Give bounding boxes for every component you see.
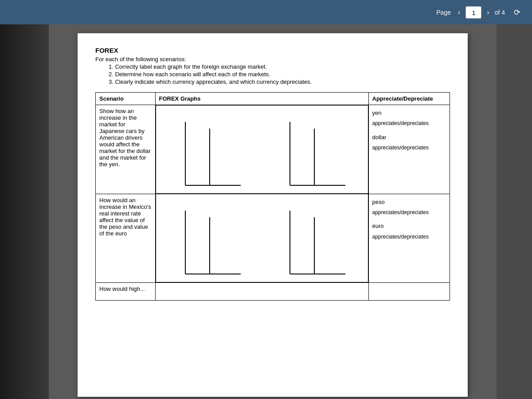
instruction-2: 2. Determine how each scenario will affe… [109, 71, 450, 78]
page-navigation: Page ‹ 1 › of 4 ⟳ [436, 6, 523, 19]
total-pages: of 4 [495, 9, 505, 16]
forex-graphs-3 [155, 283, 368, 301]
choice-2b: appreciates/depreciates [372, 232, 446, 242]
currency-2a: peso [372, 197, 446, 207]
instructions-list: 1. Correctly label each graph for the fo… [95, 63, 450, 85]
scenario-2-text: How would an increase in Mexico's real i… [96, 194, 156, 283]
forex-graphs-2 [156, 194, 368, 282]
doc-title: FOREX [95, 47, 450, 54]
graph-container-1 [160, 108, 364, 191]
top-bar: Page ‹ 1 › of 4 ⟳ [0, 0, 532, 24]
graph-svg-1b [274, 120, 350, 191]
header-appdep: Appreciate/Depreciate [368, 93, 450, 105]
graph-svg-1a [170, 120, 245, 191]
appdep-3 [368, 283, 450, 301]
right-panel [497, 24, 532, 399]
current-page-input[interactable]: 1 [466, 6, 481, 19]
graph-box-1a [170, 120, 250, 191]
refresh-button[interactable]: ⟳ [511, 7, 523, 18]
graph-svg-2b [274, 208, 350, 279]
scenario-3-text: How would high... [96, 283, 156, 301]
forex-graphs-1 [156, 105, 368, 194]
instruction-3: 3. Clearly indicate which currency appre… [109, 78, 450, 85]
graph-box-2a [170, 208, 250, 279]
prev-page-button[interactable]: ‹ [455, 8, 463, 17]
worksheet-table: Scenario FOREX Graphs Appreciate/Depreci… [95, 92, 450, 301]
table-row: Show how an increase in the market for J… [96, 105, 450, 194]
header-scenario: Scenario [96, 93, 156, 105]
next-page-button[interactable]: › [484, 8, 492, 17]
choice-2a: appreciates/depreciates [372, 208, 446, 218]
doc-subtitle: For each of the following scenarios: [95, 56, 450, 63]
document-area: FOREX For each of the following scenario… [49, 24, 497, 399]
choice-1b: appreciates/depreciates [372, 143, 446, 153]
graph-container-2 [160, 197, 364, 279]
left-panel [0, 24, 49, 399]
currency-2b: euro [372, 221, 446, 231]
header-graphs: FOREX Graphs [155, 93, 368, 105]
appdep-1: yen appreciates/depreciates dollar appre… [368, 105, 450, 194]
graph-svg-2a [170, 208, 245, 279]
choice-1a: appreciates/depreciates [372, 119, 446, 129]
currency-1b: dollar [372, 132, 446, 142]
currency-1a: yen [372, 108, 446, 118]
graph-box-2b [274, 208, 354, 279]
main-content: FOREX For each of the following scenario… [0, 24, 532, 399]
instruction-1: 1. Correctly label each graph for the fo… [109, 63, 450, 70]
page-label: Page [436, 9, 451, 16]
scenario-1-text: Show how an increase in the market for J… [96, 105, 156, 194]
page-sheet: FOREX For each of the following scenario… [78, 33, 468, 397]
table-row: How would an increase in Mexico's real i… [96, 194, 450, 283]
table-row-partial: How would high... [96, 283, 450, 301]
graph-box-1b [274, 120, 354, 191]
appdep-2: peso appreciates/depreciates euro apprec… [368, 194, 450, 283]
